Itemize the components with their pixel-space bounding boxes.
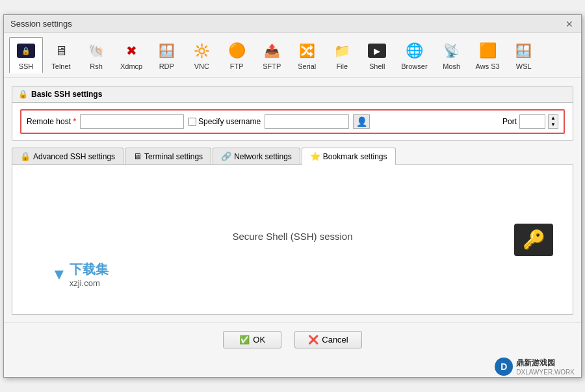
- ssh-key-icon: 🔑: [514, 224, 553, 256]
- sftp-label: SFTP: [263, 62, 281, 70]
- button-bar: ✅ OK ❌ Cancel: [4, 322, 581, 356]
- browser-label: Browser: [401, 62, 427, 70]
- serial-label: Serial: [298, 62, 316, 70]
- session-btn-xdmcp[interactable]: ✖Xdmcp: [114, 37, 148, 73]
- specify-username-label[interactable]: Specify username: [188, 117, 261, 126]
- file-icon: 📁: [332, 40, 352, 61]
- port-up-button[interactable]: ▲: [549, 115, 558, 122]
- mosh-label: Mosh: [443, 62, 460, 70]
- session-btn-shell[interactable]: ▶Shell: [360, 37, 394, 73]
- tab-bookmark-icon: ⭐: [310, 151, 320, 161]
- browser-icon: 🌐: [404, 40, 424, 61]
- ftp-label: FTP: [230, 62, 244, 70]
- ok-icon: ✅: [239, 335, 250, 345]
- mosh-icon: 📡: [441, 40, 462, 61]
- tab-bookmark[interactable]: ⭐Bookmark settings: [302, 148, 396, 165]
- xzji-logo: 下载集: [70, 261, 109, 278]
- ftp-icon: 🟠: [226, 40, 247, 61]
- username-input[interactable]: [265, 114, 349, 129]
- session-btn-browser[interactable]: 🌐Browser: [395, 37, 433, 73]
- session-btn-sftp[interactable]: 📤SFTP: [255, 37, 289, 73]
- port-label: Port: [502, 117, 517, 126]
- brand-url: DXLAWYER.WORK: [516, 369, 575, 376]
- shell-label: Shell: [369, 62, 385, 70]
- session-btn-vnc[interactable]: 🔆VNC: [185, 37, 218, 73]
- tab-terminal-icon: 🖥: [133, 151, 142, 161]
- tab-terminal-label: Terminal settings: [144, 152, 203, 161]
- main-content: 🔒 Basic SSH settings Remote host * Speci…: [4, 78, 581, 322]
- remote-host-input[interactable]: [80, 114, 184, 129]
- ssh-label: SSH: [19, 62, 34, 70]
- tab-content-area: Secure Shell (SSH) session ▼ 下载集 xzji.co…: [12, 165, 573, 315]
- xdmcp-icon: ✖: [121, 40, 142, 61]
- brand-name: 鼎新游戏园: [516, 358, 575, 369]
- specify-username-checkbox[interactable]: [188, 118, 196, 126]
- cancel-label: Cancel: [322, 335, 348, 345]
- tab-advanced-icon: 🔒: [20, 151, 31, 161]
- session-btn-ssh[interactable]: 🔒SSH: [9, 37, 43, 73]
- tab-terminal[interactable]: 🖥Terminal settings: [125, 148, 211, 164]
- tab-bar: 🔒Advanced SSH settings🖥Terminal settings…: [12, 148, 573, 165]
- session-btn-rdp[interactable]: 🪟RDP: [150, 37, 183, 73]
- title-bar: Session settings ✕: [4, 15, 581, 33]
- basic-ssh-title: Basic SSH settings: [31, 90, 102, 99]
- ssh-section-icon: 🔒: [18, 89, 28, 99]
- ok-label: OK: [253, 335, 265, 345]
- session-toolbar: 🔒SSH🖥Telnet🐚Rsh✖Xdmcp🪟RDP🔆VNC🟠FTP📤SFTP🔀S…: [4, 33, 581, 78]
- cancel-button[interactable]: ❌ Cancel: [294, 331, 361, 348]
- session-settings-window: Session settings ✕ 🔒SSH🖥Telnet🐚Rsh✖Xdmcp…: [3, 14, 582, 378]
- wsl-label: WSL: [516, 62, 532, 70]
- vnc-label: VNC: [194, 62, 209, 70]
- rsh-icon: 🐚: [86, 40, 107, 61]
- ok-button[interactable]: ✅ OK: [223, 331, 281, 348]
- required-mark: *: [73, 117, 76, 126]
- tab-advanced-label: Advanced SSH settings: [33, 152, 115, 161]
- session-btn-ftp[interactable]: 🟠FTP: [220, 37, 254, 73]
- rdp-label: RDP: [159, 62, 174, 70]
- window-title: Session settings: [10, 19, 72, 29]
- telnet-label: Telnet: [51, 62, 70, 70]
- brand-logo: D 鼎新游戏园 DXLAWYER.WORK: [495, 358, 575, 376]
- xdmcp-label: Xdmcp: [120, 62, 142, 70]
- session-btn-telnet[interactable]: 🖥Telnet: [44, 37, 78, 73]
- session-btn-awss3[interactable]: 🟧Aws S3: [470, 37, 506, 73]
- tabs-section: 🔒Advanced SSH settings🖥Terminal settings…: [12, 148, 573, 315]
- cancel-icon: ❌: [308, 335, 318, 345]
- ssh-preview-text: Secure Shell (SSH) session: [232, 231, 352, 242]
- user-avatar-button[interactable]: 👤: [353, 114, 370, 129]
- wsl-icon: 🪟: [514, 40, 534, 61]
- tab-network-icon: 🔗: [221, 151, 231, 161]
- xzji-watermark: ▼ 下载集 xzji.com: [51, 261, 109, 288]
- xzji-arrow-icon: ▼: [51, 265, 67, 283]
- basic-ssh-row: Remote host * Specify username 👤 Port 22: [20, 109, 565, 134]
- close-button[interactable]: ✕: [564, 20, 575, 29]
- bottom-bar: D 鼎新游戏园 DXLAWYER.WORK: [4, 356, 581, 377]
- port-input[interactable]: 22: [519, 114, 545, 129]
- tab-network-label: Network settings: [234, 152, 292, 161]
- port-spinner[interactable]: ▲ ▼: [548, 114, 558, 129]
- session-btn-mosh[interactable]: 📡Mosh: [435, 37, 469, 73]
- ssh-icon: 🔒: [16, 40, 36, 61]
- session-btn-serial[interactable]: 🔀Serial: [290, 37, 324, 73]
- tab-advanced[interactable]: 🔒Advanced SSH settings: [12, 148, 124, 164]
- rsh-label: Rsh: [90, 62, 103, 70]
- session-btn-rsh[interactable]: 🐚Rsh: [79, 37, 113, 73]
- tab-network[interactable]: 🔗Network settings: [213, 148, 300, 164]
- xzji-text: xzji.com: [70, 278, 109, 288]
- file-label: File: [336, 62, 348, 70]
- shell-icon: ▶: [367, 40, 387, 61]
- basic-ssh-header: 🔒 Basic SSH settings: [12, 86, 573, 103]
- port-down-button[interactable]: ▼: [549, 122, 558, 128]
- session-btn-file[interactable]: 📁File: [325, 37, 359, 73]
- serial-icon: 🔀: [296, 40, 317, 61]
- sftp-icon: 📤: [261, 40, 282, 61]
- vnc-icon: 🔆: [191, 40, 212, 61]
- session-btn-wsl[interactable]: 🪟WSL: [507, 37, 541, 73]
- remote-host-label: Remote host *: [27, 117, 76, 126]
- basic-ssh-body: Remote host * Specify username 👤 Port 22: [12, 103, 573, 140]
- awss3-icon: 🟧: [477, 40, 498, 61]
- rdp-icon: 🪟: [156, 40, 177, 61]
- basic-ssh-section: 🔒 Basic SSH settings Remote host * Speci…: [12, 86, 573, 141]
- brand-text-block: 鼎新游戏园 DXLAWYER.WORK: [516, 358, 575, 376]
- port-group: Port 22 ▲ ▼: [502, 114, 558, 129]
